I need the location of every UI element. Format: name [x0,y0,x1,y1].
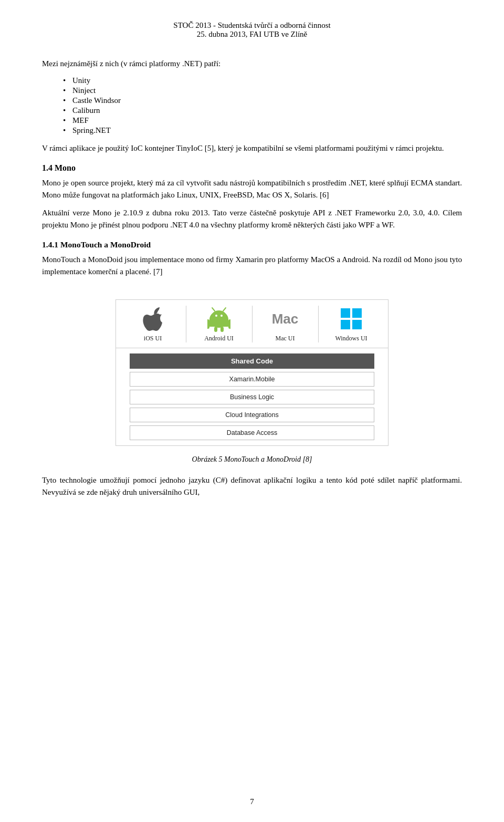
ios-label: iOS UI [144,335,162,342]
paragraph-ioc: V rámci aplikace je použitý IoC kontejne… [42,142,462,154]
header-line2: 25. dubna 2013, FAI UTB ve Zlíně [42,30,462,39]
platform-mac: Mac Mac UI [253,305,318,342]
list-item: Castle Windsor [63,96,462,105]
shared-row-database: Database Access [130,425,374,440]
figure-container: iOS UI [116,299,388,446]
svg-rect-11 [220,327,224,332]
shared-code-bar: Shared Code [130,353,374,369]
list-item: Caliburn [63,106,462,115]
list-item: MEF [63,116,462,125]
figure-caption: Obrázek 5 MonoTouch a MonoDroid [8] [192,455,312,464]
android-icon [207,305,230,332]
svg-rect-13 [352,308,362,318]
svg-rect-9 [228,319,230,329]
platform-windows: Windows UI [319,305,384,342]
platform-android: Android UI [186,305,252,342]
svg-rect-8 [207,319,209,329]
apple-icon [143,305,163,332]
section-14-heading: 1.4 Mono [42,163,462,173]
windows-icon [340,305,363,332]
svg-rect-12 [341,308,350,318]
mac-label: Mac UI [276,335,295,342]
page: STOČ 2013 - Studentská tvůrčí a odborná … [0,0,504,822]
svg-rect-14 [341,320,350,329]
list-item: Ninject [63,86,462,95]
list-item: Unity [63,76,462,85]
windows-label: Windows UI [335,335,367,342]
page-header: STOČ 2013 - Studentská tvůrčí a odborná … [42,21,462,39]
svg-point-5 [220,315,223,317]
section-141-heading: 1.4.1 MonoTouch a MonoDroid [42,240,462,249]
svg-line-6 [212,308,215,311]
page-number: 7 [250,797,254,806]
bullet-list: Unity Ninject Castle Windsor Caliburn ME… [63,76,462,135]
header-line1: STOČ 2013 - Studentská tvůrčí a odborná … [42,21,462,30]
platform-ios: iOS UI [120,305,186,342]
svg-rect-2 [209,321,228,327]
mac-logo-icon: Mac [272,305,299,332]
shared-row-xamarin: Xamarin.Mobile [130,372,374,387]
svg-line-7 [223,308,226,311]
svg-point-4 [215,315,217,317]
svg-rect-15 [352,320,362,329]
paragraph-final: Tyto technologie umožňují pomocí jednoho… [42,474,462,498]
intro-text: Mezi nejznámější z nich (v rámci platfor… [42,58,462,70]
svg-rect-10 [214,327,217,332]
platform-row: iOS UI [116,305,388,348]
shared-section: Shared Code Xamarin.Mobile Business Logi… [130,353,374,440]
shared-row-business: Business Logic [130,390,374,404]
android-label: Android UI [204,335,234,342]
svg-point-3 [212,310,226,322]
section-14-p1: Mono je open source projekt, který má za… [42,177,462,201]
section-14-p2: Aktuální verze Mono je 2.10.9 z dubna ro… [42,207,462,231]
shared-row-cloud: Cloud Integrations [130,408,374,422]
section-141-p1: MonoTouch a MonoDoid jsou implementace m… [42,254,462,277]
list-item: Spring.NET [63,126,462,135]
